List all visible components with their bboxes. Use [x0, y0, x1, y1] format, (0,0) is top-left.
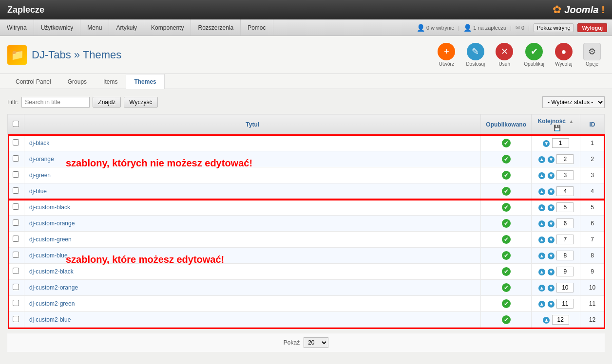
- order-up-icon[interactable]: ▲: [538, 220, 545, 227]
- row-checkbox[interactable]: [13, 187, 19, 194]
- order-up-icon[interactable]: ▲: [538, 188, 545, 195]
- published-icon[interactable]: ✔: [502, 219, 511, 228]
- order-input[interactable]: [556, 251, 574, 260]
- row-checkbox[interactable]: [13, 300, 19, 306]
- row-title-link[interactable]: dj-blue: [29, 188, 47, 195]
- search-input[interactable]: [21, 97, 90, 108]
- order-up-icon[interactable]: ▲: [538, 172, 545, 179]
- order-up-icon[interactable]: ▲: [538, 237, 545, 243]
- tab-control-panel[interactable]: Control Panel: [7, 74, 59, 89]
- order-input[interactable]: [556, 267, 574, 276]
- order-down-icon[interactable]: ▼: [548, 188, 555, 195]
- published-icon[interactable]: ✔: [502, 171, 511, 180]
- row-title-link[interactable]: dj-custom-orange: [29, 220, 75, 227]
- order-down-icon[interactable]: ▼: [548, 204, 555, 211]
- row-title-link[interactable]: dj-custom2-black: [29, 268, 74, 275]
- order-input[interactable]: [556, 154, 574, 164]
- published-icon[interactable]: ✔: [502, 203, 511, 212]
- order-down-icon[interactable]: ▼: [548, 269, 555, 275]
- row-checkbox[interactable]: [13, 219, 19, 226]
- delete-button[interactable]: ✕ Usuń: [492, 41, 517, 69]
- published-icon[interactable]: ✔: [502, 299, 511, 308]
- nav-item-pomoc[interactable]: Pomoc: [241, 19, 273, 36]
- published-icon[interactable]: ✔: [502, 155, 511, 164]
- order-down-icon[interactable]: ▼: [548, 301, 555, 308]
- publish-button[interactable]: ✔ Opublikuj: [520, 41, 548, 69]
- tab-themes[interactable]: Themes: [126, 74, 164, 89]
- row-title-link[interactable]: dj-custom-blue: [29, 252, 68, 259]
- th-order[interactable]: Kolejność ▲ 💾: [532, 114, 580, 135]
- order-down-icon[interactable]: ▼: [548, 220, 555, 227]
- nav-item-menu[interactable]: Menu: [80, 19, 109, 36]
- row-title-link[interactable]: dj-green: [29, 172, 51, 179]
- order-up-icon[interactable]: ▲: [538, 269, 545, 275]
- find-button[interactable]: Znajdź: [93, 97, 121, 108]
- published-icon[interactable]: ✔: [502, 235, 511, 244]
- order-input[interactable]: [556, 218, 574, 228]
- row-check-cell: [8, 216, 24, 232]
- row-title-link[interactable]: dj-custom-black: [29, 204, 70, 211]
- row-checkbox[interactable]: [13, 268, 19, 274]
- published-icon[interactable]: ✔: [502, 187, 511, 196]
- row-id-cell: 12: [580, 312, 605, 328]
- row-title-link[interactable]: dj-custom2-orange: [29, 284, 78, 291]
- row-title-link[interactable]: dj-orange: [29, 156, 54, 163]
- published-icon[interactable]: ✔: [502, 267, 511, 276]
- order-up-icon[interactable]: ▲: [538, 253, 545, 259]
- order-input[interactable]: [556, 186, 574, 196]
- options-button[interactable]: ⚙ Opcje: [579, 41, 605, 69]
- order-down-icon[interactable]: ▼: [548, 285, 555, 291]
- row-checkbox[interactable]: [13, 284, 19, 290]
- published-icon[interactable]: ✔: [502, 251, 511, 260]
- unpublish-button[interactable]: ● Wycofaj: [551, 41, 576, 69]
- nav-item-witryna[interactable]: Witryna: [0, 19, 34, 36]
- nav-item-artykuly[interactable]: Artykuły: [109, 19, 144, 36]
- tab-items[interactable]: Items: [95, 74, 126, 89]
- published-icon[interactable]: ✔: [502, 283, 511, 292]
- edit-button[interactable]: ✎ Dostosuj: [462, 41, 489, 69]
- row-checkbox[interactable]: [13, 252, 19, 258]
- published-icon[interactable]: ✔: [502, 139, 511, 147]
- order-up-icon[interactable]: ▲: [538, 204, 545, 211]
- create-button[interactable]: + Utwórz: [434, 41, 459, 69]
- order-input[interactable]: [556, 202, 574, 212]
- order-down-icon[interactable]: ▼: [543, 140, 550, 147]
- show-site-button[interactable]: Pokaż witrynę: [534, 23, 574, 32]
- order-up-icon[interactable]: ▲: [538, 156, 545, 163]
- row-title-link[interactable]: dj-black: [29, 140, 49, 146]
- nav-item-rozszerzenia[interactable]: Rozszerzenia: [191, 19, 241, 36]
- nav-item-komponenty[interactable]: Komponenty: [144, 19, 191, 36]
- row-checkbox[interactable]: [13, 155, 19, 162]
- row-checkbox[interactable]: [13, 139, 19, 146]
- row-title-link[interactable]: dj-custom-green: [29, 236, 72, 243]
- row-title-link[interactable]: dj-custom2-blue: [29, 316, 71, 323]
- order-up-icon[interactable]: ▲: [538, 285, 545, 291]
- order-input[interactable]: [556, 283, 574, 292]
- logout-button[interactable]: Wyloguj: [577, 23, 607, 32]
- order-input[interactable]: [556, 299, 574, 309]
- order-input[interactable]: [552, 138, 569, 148]
- row-title-link[interactable]: dj-custom2-green: [29, 300, 75, 307]
- order-down-icon[interactable]: ▼: [548, 156, 555, 163]
- nav-item-uzytkownicy[interactable]: Użytkownicy: [34, 19, 81, 36]
- published-icon[interactable]: ✔: [502, 315, 511, 324]
- order-input[interactable]: [556, 170, 574, 180]
- order-up-icon[interactable]: ▲: [543, 317, 550, 324]
- order-down-icon[interactable]: ▼: [548, 172, 555, 179]
- row-checkbox[interactable]: [13, 236, 19, 242]
- order-up-icon[interactable]: ▲: [538, 301, 545, 308]
- pagination-select[interactable]: 51015202550100: [304, 337, 328, 348]
- clear-button[interactable]: Wyczyść: [124, 97, 157, 108]
- order-input[interactable]: [552, 315, 569, 325]
- tab-groups[interactable]: Groups: [59, 74, 95, 89]
- select-all-checkbox[interactable]: [13, 121, 19, 127]
- row-checkbox[interactable]: [13, 171, 19, 178]
- save-order-icon[interactable]: 💾: [554, 125, 561, 131]
- status-select[interactable]: - Wybierz status -: [542, 96, 605, 108]
- order-input[interactable]: [556, 235, 574, 244]
- row-checkbox[interactable]: [13, 316, 19, 322]
- row-checkbox[interactable]: [13, 203, 19, 210]
- order-down-icon[interactable]: ▼: [548, 253, 555, 259]
- order-down-icon[interactable]: ▼: [548, 237, 555, 243]
- admin-users-icon: 👤: [463, 24, 472, 32]
